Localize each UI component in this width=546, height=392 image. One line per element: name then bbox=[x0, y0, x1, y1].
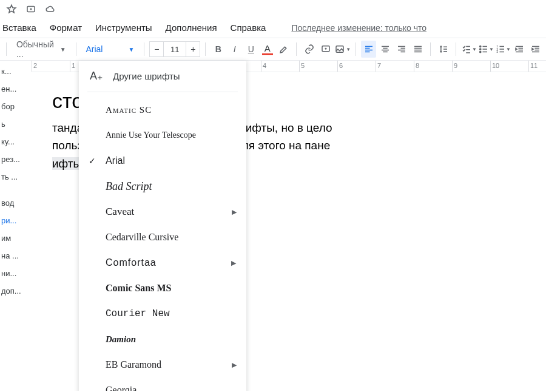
add-font-icon: A₊ bbox=[90, 69, 103, 83]
font-option[interactable]: Amatic SC bbox=[79, 97, 246, 123]
menu-help[interactable]: Справка bbox=[231, 22, 266, 33]
check-icon: ✓ bbox=[89, 156, 96, 166]
cloud-icon[interactable] bbox=[45, 4, 56, 16]
menu-format[interactable]: Формат bbox=[50, 22, 82, 33]
font-option[interactable]: Comfortaa▶ bbox=[79, 250, 246, 275]
indent-increase-button[interactable] bbox=[528, 41, 544, 58]
ruler-tick: 4 bbox=[261, 61, 299, 72]
font-option-label: EB Garamond bbox=[106, 359, 161, 370]
outline-item[interactable]: им bbox=[1, 234, 33, 243]
submenu-arrow-icon: ▶ bbox=[232, 208, 237, 216]
font-size-value[interactable]: 11 bbox=[164, 41, 186, 57]
font-option-label: Amatic SC bbox=[106, 105, 152, 115]
ruler-tick: 11 bbox=[528, 61, 546, 72]
star-icon[interactable] bbox=[6, 4, 17, 16]
outline-item[interactable]: ри... bbox=[1, 216, 33, 225]
font-option[interactable]: EB Garamond▶ bbox=[79, 352, 246, 377]
ruler-tick: 5 bbox=[299, 61, 337, 72]
font-size-control: − 11 + bbox=[149, 41, 200, 57]
underline-button[interactable]: U bbox=[243, 41, 258, 58]
text-color-button[interactable]: A bbox=[260, 41, 275, 58]
outline-item[interactable]: рез... bbox=[1, 155, 33, 164]
comment-button[interactable] bbox=[318, 41, 333, 58]
align-right-button[interactable] bbox=[394, 41, 409, 58]
outline-item[interactable]: ь bbox=[1, 120, 33, 129]
highlight-button[interactable] bbox=[276, 41, 291, 58]
font-option-label: Caveat bbox=[106, 206, 134, 218]
font-option-label: Arial bbox=[106, 155, 125, 166]
svg-point-4 bbox=[480, 46, 481, 47]
font-option[interactable]: Comic Sans MS bbox=[79, 275, 246, 301]
align-left-button[interactable] bbox=[361, 41, 376, 58]
outline-item[interactable]: ть ... bbox=[1, 172, 33, 181]
numbered-list-button[interactable]: 123▼ bbox=[495, 41, 511, 58]
styles-dropdown[interactable]: Обычный ...▼ bbox=[12, 41, 71, 58]
toolbar: Обычный ...▼ Arial▼ − 11 + B I U A ▼ ▼ ▼… bbox=[0, 38, 546, 61]
font-option[interactable]: Annie Use Your Telescope bbox=[79, 123, 246, 148]
bulleted-list-button[interactable]: ▼ bbox=[478, 41, 494, 58]
bold-button[interactable]: B bbox=[211, 41, 226, 58]
more-fonts-item[interactable]: A₊ Другие шрифты bbox=[79, 61, 246, 92]
font-option-label: Bad Script bbox=[106, 180, 152, 193]
font-size-increase[interactable]: + bbox=[186, 41, 200, 57]
menubar: Вставка Формат Инструменты Дополнения Сп… bbox=[0, 20, 546, 38]
outline-item[interactable]: ку... bbox=[1, 137, 33, 146]
font-option-label: Courier New bbox=[106, 308, 170, 319]
submenu-arrow-icon: ▶ bbox=[231, 259, 237, 267]
font-option-label: Annie Use Your Telescope bbox=[106, 130, 196, 140]
font-option[interactable]: Georgia bbox=[79, 377, 246, 391]
ruler-tick: 7 bbox=[376, 61, 414, 72]
font-option-label: Georgia bbox=[106, 385, 136, 391]
svg-marker-0 bbox=[7, 5, 16, 13]
line-spacing-button[interactable] bbox=[436, 41, 451, 58]
font-option[interactable]: Caveat▶ bbox=[79, 199, 246, 225]
font-dropdown-menu: A₊ Другие шрифты Amatic SCAnnie Use Your… bbox=[79, 61, 246, 391]
ruler-tick: 8 bbox=[414, 61, 452, 72]
last-edit-link[interactable]: Последнее изменение: только что bbox=[291, 23, 426, 33]
ruler-tick: 10 bbox=[490, 61, 528, 72]
menu-tools[interactable]: Инструменты bbox=[95, 22, 152, 33]
align-justify-button[interactable] bbox=[410, 41, 425, 58]
ruler-tick: 9 bbox=[452, 61, 490, 72]
outline-item[interactable]: на ... bbox=[1, 251, 33, 260]
svg-point-5 bbox=[480, 49, 481, 50]
outline-item[interactable]: бор bbox=[1, 102, 33, 111]
font-option[interactable]: Courier New bbox=[79, 301, 246, 326]
font-option-label: Damion bbox=[106, 334, 136, 345]
outline-item[interactable]: вод bbox=[1, 198, 33, 208]
outline-sidebar: к...ен...борьку...рез...ть ...водри...им… bbox=[0, 61, 34, 391]
image-button[interactable]: ▼ bbox=[334, 41, 351, 58]
ruler-tick: 2 bbox=[32, 61, 70, 72]
menu-addons[interactable]: Дополнения bbox=[166, 22, 217, 33]
font-option[interactable]: Damion bbox=[79, 326, 246, 352]
font-size-decrease[interactable]: − bbox=[149, 41, 164, 57]
font-option[interactable]: Cedarville Cursive bbox=[79, 225, 246, 250]
font-option-label: Comfortaa bbox=[106, 257, 157, 268]
italic-button[interactable]: I bbox=[227, 41, 242, 58]
indent-decrease-button[interactable] bbox=[512, 41, 527, 58]
align-center-button[interactable] bbox=[377, 41, 393, 58]
outline-item[interactable]: доп... bbox=[1, 286, 33, 296]
title-bar-icons bbox=[0, 0, 546, 20]
font-dropdown[interactable]: Arial▼ bbox=[81, 41, 139, 58]
link-button[interactable] bbox=[302, 41, 317, 58]
submenu-arrow-icon: ▶ bbox=[232, 361, 237, 369]
font-option[interactable]: Bad Script bbox=[79, 174, 246, 199]
checklist-button[interactable]: ▼ bbox=[461, 41, 477, 58]
outline-item[interactable]: ен... bbox=[1, 84, 33, 93]
menu-insert[interactable]: Вставка bbox=[2, 22, 36, 33]
font-option[interactable]: ✓Arial bbox=[79, 148, 246, 174]
move-icon[interactable] bbox=[25, 4, 36, 16]
font-option-label: Cedarville Cursive bbox=[106, 232, 178, 243]
outline-item[interactable]: ни... bbox=[1, 269, 33, 278]
outline-item[interactable]: к... bbox=[1, 67, 33, 76]
font-option-label: Comic Sans MS bbox=[106, 283, 171, 294]
svg-text:3: 3 bbox=[496, 50, 498, 53]
ruler-tick: 6 bbox=[337, 61, 376, 72]
svg-point-6 bbox=[480, 51, 481, 52]
